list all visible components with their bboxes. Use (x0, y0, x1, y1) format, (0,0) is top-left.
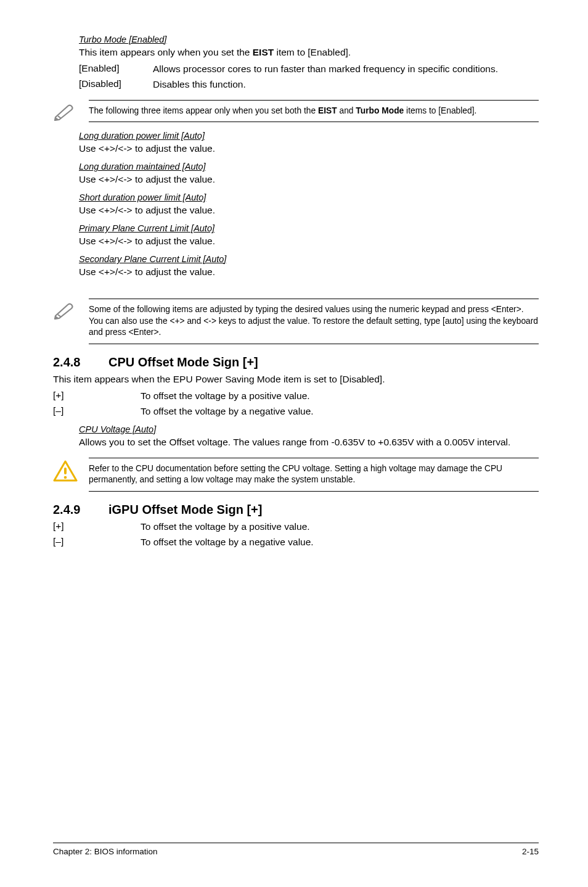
note1-bold2: Turbo Mode (356, 106, 404, 115)
s248-plus-label: [+] (53, 390, 141, 403)
s249-plus-label: [+] (53, 521, 141, 534)
secondary-plane-title: Secondary Plane Current Limit [Auto] (79, 254, 539, 264)
s249-plus-desc: To offset the voltage by a positive valu… (141, 521, 310, 534)
section-248-num: 2.4.8 (53, 355, 108, 369)
opt-disabled-row: [Disabled] Disables this function. (79, 78, 539, 91)
section-248-heading: 2.4.8 CPU Offset Mode Sign [+] (53, 355, 539, 369)
turbo-desc-prefix: This item appears only when you set the (79, 47, 253, 57)
opt-enabled-label: [Enabled] (79, 63, 153, 76)
svg-line-0 (58, 116, 61, 118)
primary-plane-title: Primary Plane Current Limit [Auto] (79, 223, 539, 233)
note-box-2: Some of the following items are adjusted… (53, 299, 539, 344)
primary-plane-use: Use <+>/<-> to adjust the value. (79, 235, 539, 248)
turbo-mode-section: Turbo Mode [Enabled] This item appears o… (53, 35, 539, 91)
adjust-list: Long duration power limit [Auto] Use <+>… (53, 131, 539, 279)
cpu-voltage-section: CPU Voltage [Auto] Allows you to set the… (53, 424, 539, 449)
long-power-use: Use <+>/<-> to adjust the value. (79, 142, 539, 155)
svg-rect-2 (64, 468, 67, 474)
note-box-1: The following three items appear only wh… (53, 100, 539, 123)
opt-enabled-desc: Allows processor cores to run faster tha… (153, 63, 498, 76)
page-root: Turbo Mode [Enabled] This item appears o… (0, 0, 588, 887)
s249-minus-desc: To offset the voltage by a negative valu… (141, 536, 314, 549)
note1-bold1: EIST (318, 106, 337, 115)
s248-minus-desc: To offset the voltage by a negative valu… (141, 405, 314, 418)
turbo-desc-bold: EIST (253, 47, 274, 57)
short-power-use: Use <+>/<-> to adjust the value. (79, 204, 539, 217)
long-maint-use: Use <+>/<-> to adjust the value. (79, 173, 539, 186)
cpu-voltage-title: CPU Voltage [Auto] (79, 424, 539, 434)
s249-minus-label: [–] (53, 536, 141, 549)
warning-content: Refer to the CPU documentation before se… (89, 458, 539, 492)
short-power-title: Short duration power limit [Auto] (79, 192, 539, 202)
note-1-content: The following three items appear only wh… (89, 100, 539, 123)
note1-mid: and (337, 106, 356, 115)
footer-right: 2-15 (522, 847, 539, 856)
s248-minus-label: [–] (53, 405, 141, 418)
note1-suffix: items to [Enabled]. (404, 106, 476, 115)
long-power-title: Long duration power limit [Auto] (79, 131, 539, 141)
section-248-intro: This item appears when the EPU Power Sav… (53, 373, 539, 386)
cpu-voltage-desc: Allows you to set the Offset voltage. Th… (79, 436, 539, 449)
secondary-plane-use: Use <+>/<-> to adjust the value. (79, 266, 539, 279)
section-249-num: 2.4.9 (53, 503, 108, 517)
footer-left: Chapter 2: BIOS information (53, 847, 158, 856)
s249-minus-row: [–] To offset the voltage by a negative … (53, 536, 539, 549)
note-2-content: Some of the following items are adjusted… (89, 299, 539, 344)
turbo-mode-title: Turbo Mode [Enabled] (79, 35, 539, 44)
opt-disabled-desc: Disables this function. (153, 78, 246, 91)
pencil-icon (53, 100, 84, 121)
warning-icon (53, 458, 84, 482)
svg-line-1 (58, 315, 61, 317)
s249-plus-row: [+] To offset the voltage by a positive … (53, 521, 539, 534)
long-maint-title: Long duration maintained [Auto] (79, 162, 539, 171)
turbo-mode-desc: This item appears only when you set the … (79, 46, 539, 59)
opt-enabled-row: [Enabled] Allows processor cores to run … (79, 63, 539, 76)
s248-minus-row: [–] To offset the voltage by a negative … (53, 405, 539, 418)
pencil-icon (53, 299, 84, 320)
s248-plus-desc: To offset the voltage by a positive valu… (141, 390, 310, 403)
opt-disabled-label: [Disabled] (79, 78, 153, 91)
section-248-title: CPU Offset Mode Sign [+] (108, 355, 258, 369)
warning-box: Refer to the CPU documentation before se… (53, 458, 539, 492)
s248-plus-row: [+] To offset the voltage by a positive … (53, 390, 539, 403)
turbo-desc-suffix: item to [Enabled]. (274, 47, 351, 57)
section-249-title: iGPU Offset Mode Sign [+] (108, 503, 262, 517)
section-249-heading: 2.4.9 iGPU Offset Mode Sign [+] (53, 503, 539, 517)
note1-prefix: The following three items appear only wh… (89, 106, 318, 115)
svg-point-3 (64, 476, 67, 479)
page-footer: Chapter 2: BIOS information 2-15 (53, 843, 539, 856)
